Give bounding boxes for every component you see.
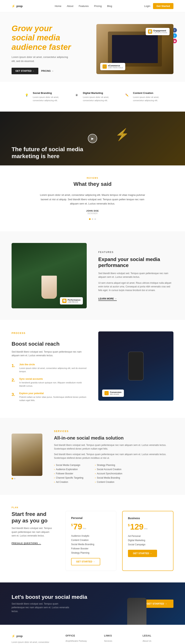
- features-col-2: Strategy Planning Social Account Creatio…: [95, 464, 122, 484]
- pricing-card-business: Business $ 129 /mo Ad Personal Digital M…: [122, 511, 173, 571]
- performance-label: Performance: [68, 299, 81, 301]
- hero-get-started-button[interactable]: GET STARTED →: [12, 68, 38, 74]
- step-2: 2. Sync social accounts In hendrerit gra…: [12, 378, 87, 388]
- slide-dot-2[interactable]: [14, 478, 16, 479]
- expand-section: 📈 Performance 2.8M REACH FEATURES Expand…: [0, 232, 185, 320]
- nav-home[interactable]: Home: [55, 4, 62, 8]
- nav-login[interactable]: Login: [144, 4, 150, 8]
- business-get-started-button[interactable]: GET STARTED →: [128, 550, 157, 557]
- feature-title-3: Content Creation: [133, 92, 162, 94]
- navbar: ⚡ prep Home About Features Pricing Blog …: [0, 0, 185, 12]
- footer-brand-description: Lorem ipsum dolor sit amet, consectetur …: [12, 640, 50, 644]
- social-branding-icon: 💡: [23, 92, 30, 98]
- ecommerce-icon: 🛒: [103, 64, 107, 69]
- digital-marketing-icon: 🖥: [73, 92, 80, 98]
- feature-item-5: Ad Creation: [54, 481, 83, 484]
- feature-title-1: Social Branding: [33, 92, 62, 94]
- nav-cta-button[interactable]: Get Started: [153, 3, 173, 9]
- step-num-3: 3.: [12, 392, 16, 402]
- personal-feat-4: Follower Booster: [71, 547, 111, 550]
- nav-features[interactable]: Features: [79, 4, 89, 8]
- footer-link-services[interactable]: Services: [104, 640, 135, 642]
- feature-title-2: Digital Marketing: [83, 92, 112, 94]
- expand-label: FEATURES: [98, 250, 173, 254]
- business-feat-3: Social Campaign: [128, 543, 168, 546]
- step-text-3: Potenti nullam ac tortor vitae purus. Sc…: [19, 396, 87, 402]
- step-num-1: 1.: [12, 363, 16, 373]
- dot-3[interactable]: [94, 218, 96, 220]
- reviewer-title: DESIGNER: [12, 212, 173, 214]
- feature-item-9: Social Media Branding: [95, 476, 122, 479]
- reviews-section: REVIEWS What they said Lorem ipsum dolor…: [0, 166, 185, 231]
- allinone-label: SERVICES: [54, 430, 173, 433]
- personal-get-started-button[interactable]: GET STARTED →: [71, 558, 100, 565]
- nav-pricing[interactable]: Pricing: [94, 4, 102, 8]
- footer-address-1: Amphitheatre Parkway: [66, 640, 96, 642]
- feature-item-4: Channel Specific Targeting: [54, 476, 83, 479]
- video-section: ⚡ ▶ The future of social media marketing…: [0, 112, 185, 166]
- dot-2[interactable]: [92, 218, 93, 220]
- ecommerce-label: eCommerce: [108, 64, 123, 67]
- play-button[interactable]: ▶: [88, 134, 97, 143]
- footer-office-title: OFFICE: [66, 634, 96, 637]
- feature-desc-2: Lorem ipsum dolor sit amet, consectetur …: [83, 96, 112, 102]
- business-features: Ad Personal Digital Marketing Social Cam…: [128, 535, 168, 546]
- step-1: 1. Join the circle Lorem ipsum dolor sit…: [12, 363, 87, 373]
- feature-content-creation: ✏️ Content Creation Lorem ipsum dolor si…: [123, 92, 162, 102]
- bolt-icon: ⚡: [12, 4, 15, 8]
- reviewer-name: JOHN DOE: [12, 210, 173, 212]
- performance-value: 2.8M REACH: [68, 301, 81, 303]
- hero-pricing-link[interactable]: PRICING →: [41, 70, 54, 72]
- footer: ⚡ prep Lorem ipsum dolor sit amet, conse…: [0, 625, 185, 644]
- ecommerce-value: 125K ITEMS SOLD: [108, 67, 123, 69]
- hero-headline: Grow your social media audience faster: [12, 24, 89, 52]
- business-feat-2: Digital Marketing: [128, 539, 168, 542]
- business-feat-1: Ad Personal: [128, 535, 168, 538]
- engagement-float: 📊 Engagement 2.5k REACTIONS: [146, 28, 169, 35]
- features-row-section: 💡 Social Branding Lorem ipsum dolor sit …: [0, 82, 185, 112]
- hero-buttons: GET STARTED → PRICING →: [12, 68, 89, 74]
- content-creation-icon: ✏️: [123, 92, 130, 98]
- lightning-icon: ⚡: [115, 128, 129, 142]
- pricing-label: PLAN: [12, 506, 173, 508]
- business-amount: 129: [130, 523, 143, 531]
- performance-icon: 📈: [62, 299, 67, 303]
- business-price: $ 129 /mo: [128, 523, 168, 531]
- footer-brand-name: prep: [16, 634, 23, 638]
- footer-brand: ⚡ prep Lorem ipsum dolor sit amet, conse…: [12, 634, 58, 644]
- boost-content: PROCESS Boost social reach Sed blandit l…: [12, 332, 87, 407]
- feature-digital-marketing: 🖥 Digital Marketing Lorem ipsum dolor si…: [73, 92, 112, 102]
- feature-item-7: Social Account Creation: [95, 468, 122, 471]
- slide-dot-active[interactable]: [12, 478, 13, 479]
- footer-logo: ⚡ prep: [12, 634, 58, 638]
- step-content-3: Explore your potential Potenti nullam ac…: [19, 392, 87, 402]
- pricing-top: Start free and pay as you go Sed blandit…: [12, 511, 173, 571]
- pricing-card-personal: Personal $ 79 /mo Audience Analytic Cont…: [66, 511, 116, 571]
- expand-content: FEATURES Expand your social media perfor…: [98, 250, 173, 301]
- pricing-cards: Personal $ 79 /mo Audience Analytic Cont…: [66, 511, 173, 571]
- allinone-desc2: Sed blandit libero volutpat sed. Tempus …: [54, 452, 173, 460]
- nav-about[interactable]: About: [67, 4, 73, 8]
- nav-blog[interactable]: Blog: [107, 4, 112, 8]
- feature-item-2: Audience Exploration: [54, 468, 83, 471]
- conversion-icon: ↑: [104, 391, 109, 395]
- feature-item-3: Follower Booster: [54, 472, 83, 475]
- footer-links-title: LINKS: [104, 634, 135, 637]
- dot-1[interactable]: [89, 218, 91, 220]
- cta-title: Let's boost your social media: [12, 594, 87, 600]
- personal-amount: 79: [73, 522, 82, 531]
- cta-phone-image: [127, 598, 146, 625]
- feature-desc-3: Lorem ipsum dolor sit amet, consectetur …: [133, 96, 162, 102]
- nav-links: Home About Features Pricing Blog: [55, 4, 112, 8]
- performance-float: 📈 Performance 2.8M REACH: [60, 297, 83, 304]
- expand-desc2: Ut sem viverra aliquet eget sit amet. Ri…: [98, 281, 173, 292]
- footer-link-about[interactable]: About Us: [143, 640, 173, 642]
- nav-logo[interactable]: ⚡ prep: [12, 4, 23, 8]
- ecommerce-float: 🛒 eCommerce 125K ITEMS SOLD: [100, 63, 125, 70]
- step-text-2: In hendrerit gravida rutrum quisque non.…: [19, 381, 87, 388]
- personal-features: Audience Analytic Content Creation Socia…: [71, 534, 111, 554]
- learn-more-link[interactable]: LEARN MORE →: [98, 298, 117, 301]
- presale-link[interactable]: PRESALE QUESTIONS →: [12, 542, 41, 545]
- step-title-3: Explore your potential: [19, 392, 87, 395]
- boost-description: Sed blandit libero volutpat sed. Tempus …: [12, 350, 87, 358]
